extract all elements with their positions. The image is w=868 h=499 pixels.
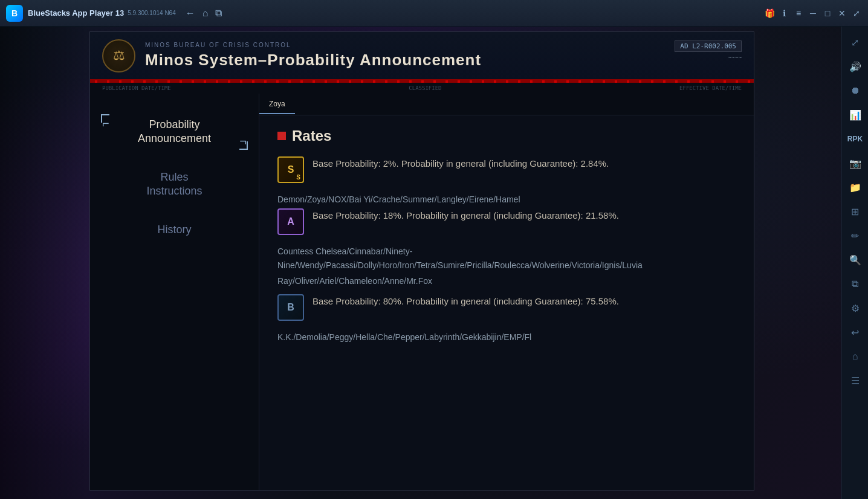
b-rank-char-list-2: Ray/Oliver/Ariel/Chameleon/Anne/Mr.Fox [277,274,736,288]
layout-sidebar-icon[interactable]: ⊞ [846,202,865,221]
nav-probability-announcement[interactable]: ProbabilityAnnouncement [90,106,259,158]
doc-main-content[interactable]: Zoya Rates S Base Probabilit [259,94,754,491]
left-decoration [0,27,89,499]
meta-center: CLASSIFIED [409,85,441,91]
doc-id-area: AD L2-R002.005 ~~~~ [675,40,742,61]
b-rank-entry: Countess Chelsea/Cinnabar/Ninety-Nine/We… [277,245,736,320]
nav-probability-label: ProbabilityAnnouncement [138,118,211,144]
window-controls: 🎁 ℹ ≡ ─ □ ✕ ⤢ [764,8,862,19]
a-rank-row: A Base Probability: 18%. Probability in … [277,208,736,235]
bracket-br [239,141,248,150]
a-rank-entry: Demon/Zoya/NOX/Bai Yi/Crache/Summer/Lang… [277,193,736,235]
char-tab-bar: Zoya [259,94,754,115]
a-rank-text: Base Probability: 18%. Probability in ge… [313,208,736,223]
a-rank-char-list: Demon/Zoya/NOX/Bai Yi/Crache/Summer/Lang… [277,193,736,206]
rates-header: Rates [277,127,736,144]
doc-id-badge: AD L2-R002.005 [675,40,742,52]
b-rank-row: B Base Probability: 80%. Probability in … [277,294,736,321]
s-rank-row: S Base Probability: 2%. Probability in g… [277,156,736,183]
header-text: MINOS BUREAU OF CRISIS CONTROL Minos Sys… [145,42,481,69]
maximize-button[interactable]: □ [822,8,833,19]
b-rank-extra-chars: K.K./Demolia/Peggy/Hella/Che/Pepper/Laby… [277,330,736,344]
doc-signature: ~~~~ [728,54,742,61]
home-sidebar-icon[interactable]: ⌂ [846,347,865,366]
nav-history[interactable]: History [90,211,259,249]
document-container: ⚖ MINOS BUREAU OF CRISIS CONTROL Minos S… [89,31,754,491]
rpk-sidebar-icon[interactable]: RPK [846,129,865,149]
minimize-button[interactable]: ─ [808,8,818,19]
s-rank-text: Base Probability: 2%. Probability in gen… [313,156,736,171]
b-rank-char-list-1: Countess Chelsea/Cinnabar/Ninety-Nine/We… [277,245,736,272]
performance-sidebar-icon[interactable]: 📊 [846,105,865,124]
nav-rules-label: RulesInstructions [146,171,202,197]
back-button[interactable]: ← [186,8,195,19]
nav-history-label: History [157,224,191,236]
org-logo: ⚖ [102,39,135,72]
char-tab-zoya[interactable]: Zoya [259,95,295,114]
b-rank-badge: B [277,294,304,321]
record-sidebar-icon[interactable]: ⏺ [846,81,865,100]
meta-left: PUBLICATION DATE/TIME [102,85,171,91]
app-version: 5.9.300.1014 N64 [128,10,176,16]
bracket-tl [101,114,109,123]
a-rank-badge: A [277,208,304,235]
home-button[interactable]: ⌂ [202,8,209,19]
tabs-button[interactable]: ⧉ [215,8,222,19]
doc-title: Minos System–Probability Announcement [145,51,481,69]
rates-title: Rates [292,127,331,144]
info-button[interactable]: ℹ [779,8,789,19]
rates-indicator [277,132,286,140]
gift-button[interactable]: 🎁 [764,8,775,19]
camera-sidebar-icon[interactable]: 📷 [846,153,865,173]
org-name: MINOS BUREAU OF CRISIS CONTROL [145,42,481,48]
meta-bar: PUBLICATION DATE/TIME CLASSIFIED EFFECTI… [90,83,754,94]
layers-sidebar-icon[interactable]: ⧉ [846,274,865,294]
expand-sidebar-icon[interactable]: ⤢ [846,33,865,52]
meta-right: EFFECTIVE DATE/TIME [679,85,742,91]
app-name: BlueStacks App Player 13 [28,8,124,18]
folder-sidebar-icon[interactable]: 📁 [846,178,865,197]
speaker-sidebar-icon[interactable]: 🔊 [846,57,865,76]
close-button[interactable]: ✕ [837,8,847,19]
edit-sidebar-icon[interactable]: ✏ [846,226,865,245]
options-sidebar-icon[interactable]: ☰ [846,371,865,390]
menu-button[interactable]: ≡ [793,8,804,19]
game-background: ⚖ MINOS BUREAU OF CRISIS CONTROL Minos S… [0,27,841,499]
titlebar: B BlueStacks App Player 13 5.9.300.1014 … [0,0,868,27]
settings-sidebar-icon[interactable]: ⚙ [846,298,865,318]
app-logo: B [6,5,23,22]
right-sidebar: ⤢ 🔊 ⏺ 📊 RPK 📷 📁 ⊞ ✏ 🔍 ⧉ ⚙ ↩ ⌂ ☰ [841,27,868,499]
expand-button[interactable]: ⤢ [851,8,862,19]
doc-header: ⚖ MINOS BUREAU OF CRISIS CONTROL Minos S… [90,32,754,80]
rates-section: Rates S Base Probability: 2%. Probabilit… [259,115,754,358]
s-rank-badge: S [277,156,304,183]
back-sidebar-icon[interactable]: ↩ [846,323,865,342]
s-rank-entry: S Base Probability: 2%. Probability in g… [277,156,736,183]
doc-nav: ProbabilityAnnouncement RulesInstruction… [90,94,259,491]
b-rank-text: Base Probability: 80%. Probability in ge… [313,294,736,309]
nav-rules-instructions[interactable]: RulesInstructions [90,158,259,211]
titlebar-nav: ← ⌂ ⧉ [186,8,222,19]
doc-content-area: ProbabilityAnnouncement RulesInstruction… [90,94,754,491]
search-sidebar-icon[interactable]: 🔍 [846,250,865,269]
